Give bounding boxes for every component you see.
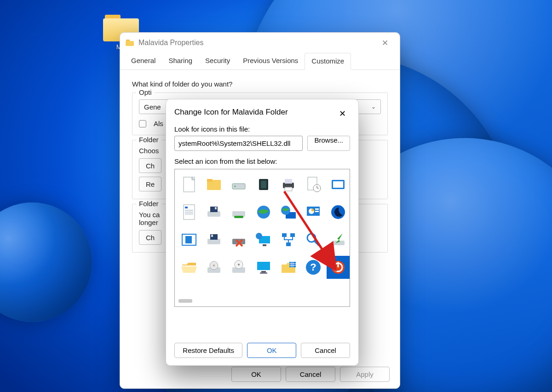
svg-point-48: [213, 265, 215, 266]
restore-defaults-button[interactable]: Restore Defaults: [174, 343, 242, 358]
group-legend: Opti: [136, 88, 155, 96]
icon-option-folder[interactable]: [202, 173, 225, 196]
folder-icon: [126, 40, 134, 46]
ok-button[interactable]: OK: [247, 343, 296, 358]
svg-rect-54: [260, 272, 267, 274]
close-icon[interactable]: ✕: [334, 109, 350, 119]
dialog-button-row: OK Cancel Apply: [231, 367, 390, 382]
change-icon-button[interactable]: Ch: [139, 230, 161, 245]
svg-text:?: ?: [310, 261, 316, 273]
horizontal-scrollbar[interactable]: [178, 298, 346, 305]
svg-rect-29: [315, 211, 319, 212]
section-heading: What kind of folder do you want?: [132, 80, 388, 88]
svg-rect-7: [285, 179, 292, 184]
icon-option-run-window[interactable]: [327, 173, 350, 196]
icon-path-input[interactable]: ystemRoot%\System32\SHELL32.dll: [174, 136, 303, 151]
close-icon[interactable]: ✕: [376, 38, 394, 48]
icon-option-network-nodes[interactable]: [277, 228, 300, 251]
icon-option-floppy-drive[interactable]: [202, 201, 225, 224]
icon-option-text-document[interactable]: [178, 201, 201, 224]
restore-default-button[interactable]: Re: [139, 177, 161, 191]
icon-option-window-panel[interactable]: [178, 228, 201, 251]
svg-rect-55: [289, 262, 296, 267]
tab-customize[interactable]: Customize: [305, 53, 351, 70]
ok-button[interactable]: OK: [231, 367, 281, 382]
icon-grid: ?: [178, 173, 347, 281]
dialog-titlebar[interactable]: Change Icon for Malavida Folder ✕: [174, 106, 350, 121]
icon-option-document-clock[interactable]: [302, 173, 325, 196]
icon-option-globe[interactable]: [252, 201, 275, 224]
svg-rect-41: [290, 233, 295, 237]
also-apply-label: Als: [154, 120, 163, 127]
icon-option-help-circle[interactable]: ?: [302, 256, 325, 279]
group-legend: Folder: [136, 136, 161, 144]
svg-rect-52: [257, 262, 270, 270]
cancel-button[interactable]: Cancel: [286, 367, 335, 382]
icon-option-drive-error[interactable]: [227, 228, 250, 251]
icon-option-removable-drive[interactable]: [227, 201, 250, 224]
choose-file-button[interactable]: Ch: [139, 158, 161, 173]
svg-rect-32: [185, 236, 192, 243]
svg-rect-14: [185, 207, 188, 208]
chevron-down-icon: ⌄: [371, 104, 376, 110]
apply-button[interactable]: Apply: [340, 367, 390, 382]
change-icon-dialog: Change Icon for Malavida Folder ✕ Look f…: [166, 99, 359, 366]
icon-option-chart-presentation[interactable]: [302, 201, 325, 224]
svg-point-43: [307, 234, 316, 242]
icon-option-night-monitor[interactable]: [327, 201, 350, 224]
svg-rect-1: [207, 179, 213, 182]
svg-rect-20: [215, 207, 217, 209]
dialog-title: Change Icon for Malavida Folder: [174, 106, 334, 121]
select-icon-label: Select an icon from the list below:: [174, 157, 350, 165]
wallpaper-shape: [0, 202, 92, 322]
icon-option-dvd-drive[interactable]: [202, 256, 225, 279]
svg-rect-28: [315, 208, 319, 210]
icon-option-hard-drive[interactable]: [227, 173, 250, 196]
scrollbar-thumb[interactable]: [178, 299, 192, 303]
cancel-button[interactable]: Cancel: [301, 343, 350, 358]
svg-point-3: [235, 186, 236, 187]
svg-point-38: [256, 233, 262, 239]
tab-previous-versions[interactable]: Previous Versions: [236, 53, 305, 69]
tab-sharing[interactable]: Sharing: [162, 53, 199, 69]
svg-rect-40: [282, 233, 287, 237]
icon-option-globe-monitor[interactable]: [277, 201, 300, 224]
svg-rect-12: [333, 181, 343, 188]
window-title: Malavida Properties: [138, 39, 376, 47]
icon-option-magnifier[interactable]: [302, 228, 325, 251]
browse-button[interactable]: Browse...: [307, 136, 350, 151]
svg-rect-8: [285, 187, 292, 191]
icon-path-value: ystemRoot%\System32\SHELL32.dll: [178, 139, 290, 147]
svg-rect-35: [211, 235, 213, 237]
icon-option-folder-open[interactable]: [178, 256, 201, 279]
svg-rect-22: [234, 216, 243, 218]
tab-general[interactable]: General: [125, 53, 162, 69]
also-apply-checkbox[interactable]: [139, 120, 146, 127]
icon-option-network-monitor[interactable]: [252, 228, 275, 251]
svg-rect-39: [263, 244, 266, 246]
look-for-label: Look for icons in this file:: [174, 125, 350, 133]
svg-point-51: [238, 264, 240, 265]
tab-security[interactable]: Security: [199, 53, 236, 69]
group-legend: Folder: [136, 200, 161, 208]
icon-option-floppy-drive-2[interactable]: [202, 228, 225, 251]
icon-option-cd-drive[interactable]: [227, 256, 250, 279]
icon-option-folder-grid[interactable]: [277, 256, 300, 279]
icon-option-monitor[interactable]: [252, 256, 275, 279]
icon-list-pane: ?: [174, 169, 350, 307]
combo-value: Gene: [144, 103, 161, 111]
icon-option-printer[interactable]: [277, 173, 300, 196]
svg-line-44: [315, 241, 319, 245]
svg-rect-2: [232, 184, 245, 189]
icon-option-power-button[interactable]: [327, 256, 350, 279]
titlebar[interactable]: Malavida Properties ✕: [120, 33, 400, 53]
icon-option-chip[interactable]: [252, 173, 275, 196]
dialog-button-row: Restore Defaults OK Cancel: [174, 335, 350, 358]
svg-rect-5: [261, 181, 266, 188]
icon-option-drive-arrow[interactable]: [327, 228, 350, 251]
tab-strip: General Sharing Security Previous Versio…: [120, 53, 400, 70]
icon-option-blank-document[interactable]: [178, 173, 201, 196]
svg-rect-42: [286, 242, 291, 246]
svg-rect-53: [261, 271, 266, 272]
